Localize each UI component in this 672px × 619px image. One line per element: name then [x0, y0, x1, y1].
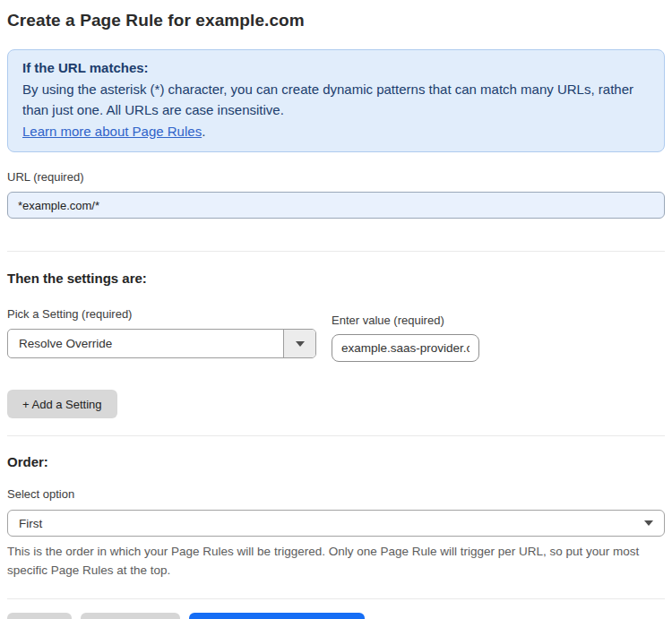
- setting-dropdown-value: Resolve Override: [8, 330, 283, 357]
- save-and-deploy-button[interactable]: Save and Deploy Page Rule: [189, 613, 364, 619]
- divider: [7, 598, 665, 599]
- info-box-body: By using the asterisk (*) character, you…: [22, 79, 650, 121]
- url-match-info-box: If the URL matches: By using the asteris…: [7, 49, 665, 152]
- link-suffix: .: [202, 124, 205, 139]
- settings-row: Pick a Setting (required) Resolve Overri…: [7, 307, 665, 362]
- order-select-label: Select option: [7, 487, 665, 501]
- divider: [7, 251, 665, 252]
- learn-more-link[interactable]: Learn more about Page Rules: [22, 124, 202, 139]
- enter-value-column: Enter value (required): [332, 314, 479, 362]
- chevron-down-icon: [644, 520, 653, 526]
- footer-button-row: Cancel Save as Draft Save and Deploy Pag…: [7, 613, 665, 619]
- cancel-button[interactable]: Cancel: [7, 613, 72, 619]
- page-title: Create a Page Rule for example.com: [7, 11, 665, 30]
- url-field-label: URL (required): [7, 170, 665, 184]
- url-input[interactable]: [7, 192, 665, 219]
- divider: [7, 435, 665, 436]
- order-dropdown-value: First: [19, 517, 42, 530]
- add-setting-button[interactable]: + Add a Setting: [7, 390, 117, 418]
- order-dropdown[interactable]: First: [7, 510, 665, 537]
- order-section-heading: Order:: [7, 454, 665, 469]
- settings-section-heading: Then the settings are:: [7, 271, 665, 286]
- info-box-heading: If the URL matches:: [22, 57, 650, 79]
- pick-setting-column: Pick a Setting (required) Resolve Overri…: [7, 307, 316, 358]
- setting-dropdown-arrow-box[interactable]: [283, 330, 315, 357]
- create-page-rule-panel: Create a Page Rule for example.com If th…: [0, 0, 672, 619]
- pick-setting-label: Pick a Setting (required): [7, 307, 316, 321]
- info-box-link-line: Learn more about Page Rules.: [22, 121, 650, 142]
- save-as-draft-button[interactable]: Save as Draft: [81, 613, 180, 619]
- enter-value-label: Enter value (required): [332, 314, 479, 327]
- order-help-text: This is the order in which your Page Rul…: [7, 542, 665, 580]
- chevron-down-icon: [296, 341, 305, 347]
- setting-dropdown[interactable]: Resolve Override: [7, 329, 316, 358]
- setting-value-input[interactable]: [332, 334, 479, 362]
